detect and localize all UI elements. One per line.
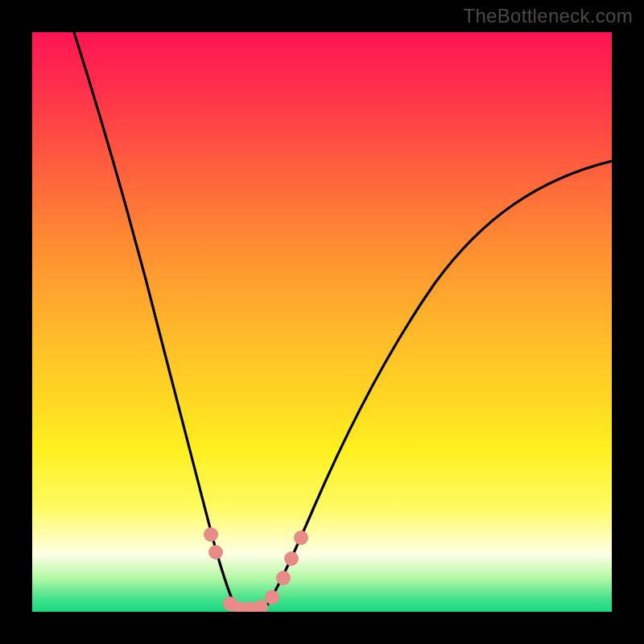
- curve-left-branch: [74, 32, 237, 610]
- curve-layer: [32, 32, 612, 612]
- plot-area: [32, 32, 612, 612]
- marker-dot: [294, 530, 308, 545]
- marker-dot: [204, 527, 218, 542]
- marker-dot: [284, 551, 299, 566]
- marker-dot: [208, 545, 223, 559]
- marker-dot: [265, 590, 279, 605]
- curve-right-branch: [264, 161, 612, 610]
- chart-frame: TheBottleneck.com: [0, 0, 644, 644]
- marker-dot: [276, 571, 291, 585]
- marker-dot: [254, 600, 268, 612]
- watermark-text: TheBottleneck.com: [463, 5, 633, 27]
